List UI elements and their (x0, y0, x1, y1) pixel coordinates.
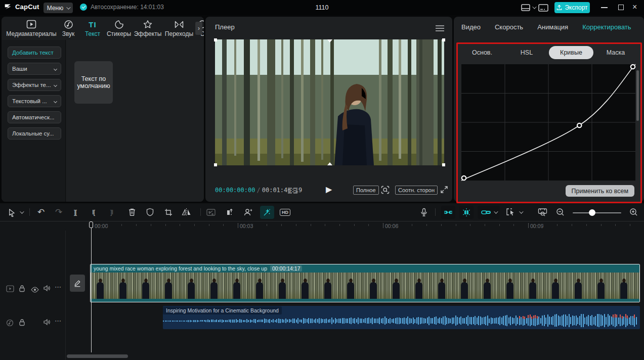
curve-control-point[interactable] (577, 123, 581, 127)
apply-to-all-button[interactable]: Применить ко всем (566, 185, 634, 197)
tab-animation[interactable]: Анимация (537, 23, 568, 31)
group-auto-captions[interactable]: Автоматическ... (8, 111, 61, 123)
microphone-icon[interactable] (420, 203, 427, 221)
timeline-horizontal-scrollbar[interactable] (67, 354, 128, 358)
audio-lock-icon[interactable] (19, 319, 25, 328)
play-button[interactable]: ▶ (326, 185, 332, 194)
waveform-bar (418, 317, 419, 325)
waveform-bar (324, 319, 325, 323)
selection-handle[interactable] (442, 38, 445, 41)
curve-control-point[interactable] (462, 176, 466, 180)
video-visibility-icon[interactable] (31, 286, 39, 295)
waveform-bar (478, 316, 479, 325)
timeline-fit-icon[interactable] (538, 203, 547, 221)
audio-more-icon[interactable]: ⋯ (55, 317, 61, 325)
group-your-texts[interactable]: Ваши (8, 63, 61, 75)
video-preview[interactable] (215, 39, 444, 165)
inspector-scrollbar[interactable] (636, 70, 639, 121)
crop-icon[interactable] (164, 203, 173, 221)
curve-control-point[interactable] (631, 65, 635, 69)
selection-handle[interactable] (214, 38, 217, 41)
zoom-in-icon[interactable] (629, 203, 638, 221)
tab-speed[interactable]: Скорость (495, 23, 523, 31)
select-mode-chevron-icon[interactable] (519, 209, 523, 213)
subtab-curves[interactable]: Кривые (549, 46, 593, 59)
tab-effects[interactable]: Эффекты (133, 19, 162, 37)
tab-transitions[interactable]: Переходы (162, 19, 196, 37)
video-more-icon[interactable]: ⋯ (55, 283, 61, 291)
fullscreen-icon[interactable] (440, 186, 448, 194)
subtab-basic[interactable]: Основ. (460, 46, 504, 59)
waveform-bar (393, 319, 394, 324)
subtab-hsl[interactable]: HSL (504, 46, 549, 59)
group-text-templates[interactable]: Текстовый ... (8, 95, 61, 107)
aspect-ratio-button[interactable]: Соотн. сторон (395, 186, 438, 195)
tab-text[interactable]: TI Текст (80, 19, 105, 37)
thumbnail-figure (188, 279, 195, 299)
quality-button[interactable]: Полное (353, 186, 379, 195)
add-text-button[interactable]: Добавить текст (8, 47, 61, 59)
undo-icon[interactable]: ↶ (37, 203, 45, 221)
current-time: 00:00:00:00 (215, 187, 255, 194)
selection-handle[interactable] (214, 163, 217, 166)
auto-highlight-toggle[interactable] (459, 206, 474, 219)
magic-wand-icon[interactable] (260, 206, 274, 219)
zoom-out-icon[interactable] (556, 203, 565, 221)
playhead-handle[interactable] (89, 221, 93, 228)
waveform-bar (200, 320, 201, 322)
tab-video-settings[interactable]: Видео (461, 23, 481, 31)
layout-toggle-icon[interactable] (521, 4, 530, 11)
waveform-bar (211, 320, 212, 322)
trim-left-icon[interactable]: I[ (92, 203, 95, 221)
waveform-bar (586, 317, 587, 325)
maximize-button[interactable] (618, 5, 624, 10)
focus-zoom-icon[interactable] (381, 186, 390, 194)
video-volume-icon[interactable] (43, 285, 51, 294)
audio-volume-icon[interactable] (43, 319, 51, 328)
person-effect-icon[interactable] (243, 203, 253, 221)
player-menu-icon[interactable] (436, 25, 444, 33)
waveform-bar (165, 321, 166, 322)
timeline-zoom-slider[interactable] (573, 212, 621, 213)
video-clip[interactable]: young mixed race woman exploring forest … (90, 264, 640, 302)
frame-view-icon[interactable] (288, 188, 297, 195)
tab-media[interactable]: Медиаматериалы (7, 19, 56, 37)
minimize-button[interactable] (601, 7, 608, 8)
speed-percent-icon[interactable] (206, 203, 216, 221)
mirror-flip-icon[interactable] (182, 203, 191, 221)
selection-handle[interactable] (327, 39, 332, 42)
select-tool-icon[interactable] (7, 203, 16, 221)
close-button[interactable]: × (632, 2, 637, 12)
group-local-subtitles[interactable]: Локальные су... (8, 127, 61, 140)
video-lock-icon[interactable] (19, 285, 25, 294)
edit-clip-button[interactable] (70, 275, 85, 292)
export-button[interactable]: Экспорт (554, 2, 590, 13)
tab-adjust[interactable]: Корректировать (582, 23, 631, 31)
trim-right-icon[interactable]: ]I (110, 203, 113, 221)
curves-editor[interactable] (461, 64, 635, 181)
delete-icon[interactable] (128, 203, 136, 221)
panel-toggle-icon[interactable] (538, 4, 548, 12)
audio-beat-icon[interactable] (226, 203, 234, 221)
timeline-ruler[interactable]: 00:0000:0300:0600:09 (0, 221, 644, 231)
select-mode-icon[interactable] (506, 203, 516, 221)
tab-stickers[interactable]: Стикеры (105, 19, 133, 37)
link-clips-toggle[interactable] (478, 206, 500, 219)
tab-audio[interactable]: Звук (56, 19, 80, 37)
select-tool-chevron-icon[interactable] (20, 209, 24, 213)
snap-magnet-toggle[interactable] (441, 206, 455, 219)
tabstrip-next-button[interactable]: › (195, 22, 202, 35)
split-icon[interactable]: ][ (74, 203, 76, 221)
hd-quality-icon[interactable]: HD (280, 203, 290, 221)
redo-icon[interactable]: ↷ (55, 203, 62, 221)
thumbnail-figure (620, 279, 627, 299)
chevron-down-icon (54, 99, 57, 103)
subtab-mask[interactable]: Маска (593, 46, 638, 59)
group-text-effects[interactable]: Эффекты те... (8, 79, 61, 91)
audio-clip[interactable]: Inspiring Motivation for a Cinematic Bac… (163, 306, 640, 329)
selection-handle[interactable] (327, 162, 332, 165)
mute-shield-icon[interactable] (146, 203, 154, 221)
default-text-card[interactable]: Текст по умолчанию (74, 61, 113, 104)
selection-handle[interactable] (442, 163, 445, 166)
timeline-zoom-thumb[interactable] (589, 209, 595, 216)
